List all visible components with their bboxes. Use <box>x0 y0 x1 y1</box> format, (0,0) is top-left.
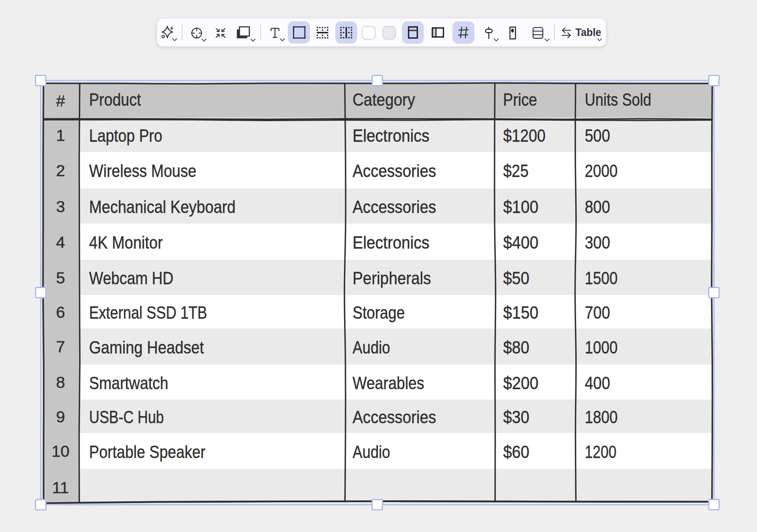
svg-text:1200: 1200 <box>585 442 616 462</box>
svg-text:Wearables: Wearables <box>353 373 424 393</box>
svg-text:#: # <box>56 92 65 110</box>
svg-text:4K Monitor: 4K Monitor <box>89 232 163 253</box>
svg-text:6: 6 <box>56 303 65 321</box>
svg-text:Accessories: Accessories <box>353 161 436 181</box>
svg-text:Portable Speaker: Portable Speaker <box>89 442 205 462</box>
svg-text:$30: $30 <box>503 407 529 427</box>
svg-text:7: 7 <box>56 338 65 356</box>
svg-text:1: 1 <box>56 126 65 144</box>
svg-text:Smartwatch: Smartwatch <box>89 373 168 393</box>
svg-text:8: 8 <box>56 373 65 391</box>
svg-text:Table: Table <box>576 26 601 38</box>
svg-text:Electronics: Electronics <box>353 125 430 146</box>
svg-text:700: 700 <box>585 302 610 323</box>
svg-text:2000: 2000 <box>585 161 618 181</box>
svg-text:Peripherals: Peripherals <box>353 268 431 288</box>
svg-text:External SSD 1TB: External SSD 1TB <box>89 302 207 323</box>
svg-text:$50: $50 <box>503 268 529 288</box>
svg-text:$60: $60 <box>503 442 529 462</box>
svg-text:1000: 1000 <box>585 337 618 357</box>
svg-text:Accessories: Accessories <box>353 197 436 217</box>
svg-text:Storage: Storage <box>353 302 405 323</box>
svg-text:Product: Product <box>89 89 141 110</box>
svg-text:2: 2 <box>56 162 65 180</box>
svg-text:Laptop Pro: Laptop Pro <box>89 125 162 146</box>
svg-text:$80: $80 <box>503 337 529 357</box>
svg-text:$1200: $1200 <box>503 125 546 146</box>
svg-text:3: 3 <box>56 198 65 216</box>
svg-text:9: 9 <box>56 408 65 426</box>
svg-text:Audio: Audio <box>353 442 390 462</box>
svg-text:4: 4 <box>56 233 65 251</box>
svg-text:USB-C Hub: USB-C Hub <box>89 407 164 427</box>
svg-text:Wireless Mouse: Wireless Mouse <box>89 161 196 181</box>
svg-text:300: 300 <box>585 232 610 253</box>
svg-text:Electronics: Electronics <box>353 232 430 253</box>
svg-text:1800: 1800 <box>585 407 618 427</box>
svg-text:Webcam HD: Webcam HD <box>89 268 173 288</box>
svg-text:11: 11 <box>52 479 69 497</box>
svg-text:$400: $400 <box>503 232 538 253</box>
svg-text:10: 10 <box>51 442 70 460</box>
svg-text:$100: $100 <box>503 197 538 217</box>
svg-text:Gaming Headset: Gaming Headset <box>89 337 204 357</box>
svg-text:Accessories: Accessories <box>353 407 436 427</box>
svg-text:Category: Category <box>353 89 415 110</box>
svg-text:Mechanical Keyboard: Mechanical Keyboard <box>89 197 236 217</box>
svg-text:1500: 1500 <box>585 268 618 288</box>
svg-text:$25: $25 <box>503 161 529 181</box>
svg-text:Price: Price <box>503 89 537 110</box>
svg-text:Audio: Audio <box>353 337 390 357</box>
svg-text:800: 800 <box>585 197 610 217</box>
svg-text:500: 500 <box>585 125 610 146</box>
svg-text:5: 5 <box>56 269 65 287</box>
svg-text:$150: $150 <box>503 302 538 323</box>
svg-text:$200: $200 <box>503 373 538 393</box>
svg-text:Units Sold: Units Sold <box>585 89 651 110</box>
svg-text:400: 400 <box>585 373 610 393</box>
